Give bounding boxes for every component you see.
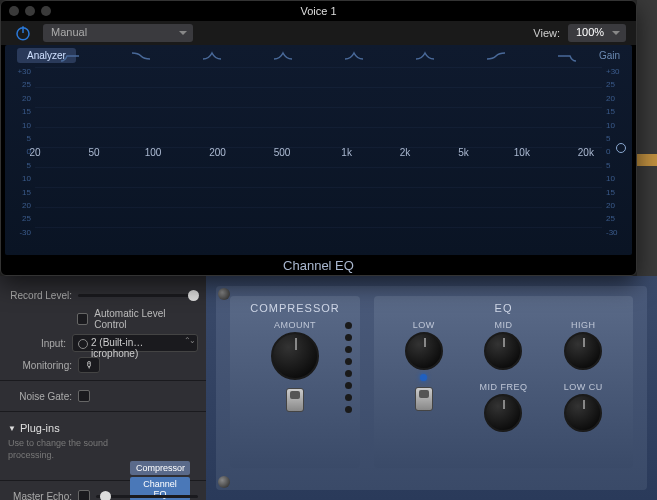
plugins-section-header[interactable]: ▼ Plug-ins <box>8 418 198 438</box>
traffic-lights[interactable] <box>9 6 51 16</box>
band-bell4-icon[interactable] <box>414 49 436 63</box>
screw-icon <box>218 476 230 488</box>
band-lowshelf-icon[interactable] <box>130 49 152 63</box>
compressor-toggle[interactable] <box>286 388 304 412</box>
master-echo-checkbox[interactable] <box>78 490 90 500</box>
master-echo-label: Master Echo: <box>8 491 72 501</box>
db-scale-left: +302520151050510152025-30 <box>13 67 31 237</box>
low-toggle[interactable] <box>415 387 433 411</box>
screw-icon <box>218 288 230 300</box>
compressor-module: COMPRESSOR AMOUNT <box>230 296 360 468</box>
record-level-label: Record Level: <box>8 290 72 301</box>
master-echo-slider[interactable] <box>96 495 198 498</box>
band-highshelf-icon[interactable] <box>485 49 507 63</box>
plugin-name-label: Channel EQ <box>1 258 636 273</box>
monitoring-button[interactable]: 🎙 <box>78 357 100 373</box>
instrument-panel: COMPRESSOR AMOUNT EQ LOW <box>206 276 657 500</box>
preset-selector[interactable]: Manual <box>43 24 193 42</box>
monitoring-label: Monitoring: <box>8 360 72 371</box>
view-selector[interactable]: 100% <box>568 24 626 42</box>
record-level-slider[interactable] <box>78 294 198 297</box>
band-lowcut-icon[interactable] <box>59 49 81 63</box>
inspector-panel: Record Level: Automatic Level Control In… <box>0 276 206 500</box>
band-highcut-icon[interactable] <box>556 49 578 63</box>
input-value: 2 (Built-in…icrophone) <box>72 334 198 352</box>
view-label: View: <box>533 27 560 39</box>
high-knob[interactable] <box>564 332 602 370</box>
view-value: 100% <box>568 24 626 42</box>
gain-label: Gain <box>599 50 620 61</box>
amount-label: AMOUNT <box>240 320 350 330</box>
band-bell3-icon[interactable] <box>343 49 365 63</box>
low-label: LOW <box>413 320 435 330</box>
audio-clip[interactable] <box>637 154 657 166</box>
mid-label: MID <box>494 320 512 330</box>
preset-value: Manual <box>43 24 193 42</box>
plugin-window: Voice 1 Manual View: 100% +3025201510505… <box>0 0 637 276</box>
high-label: HIGH <box>571 320 596 330</box>
window-title: Voice 1 <box>300 5 336 17</box>
compressor-meter <box>345 322 352 413</box>
noise-gate-label: Noise Gate: <box>8 391 72 402</box>
eq-graph[interactable]: +302520151050510152025-30 +3025201510505… <box>5 45 632 255</box>
amount-knob[interactable] <box>271 332 319 380</box>
mid-knob[interactable] <box>484 332 522 370</box>
noise-gate-checkbox[interactable] <box>78 390 90 402</box>
plugins-hint: Use to change the sound processing. <box>8 438 118 461</box>
input-selector[interactable]: 2 (Built-in…icrophone) <box>72 334 198 352</box>
plugin-tag-compressor[interactable]: Compressor <box>130 461 190 475</box>
mid-freq-label: MID FREQ <box>479 382 527 392</box>
low-knob[interactable] <box>405 332 443 370</box>
track-strip-bg <box>637 0 657 276</box>
auto-level-label: Automatic Level Control <box>94 308 198 330</box>
low-led <box>420 374 427 381</box>
eq-module: EQ LOW MID MID FREQ <box>374 296 633 468</box>
power-button[interactable] <box>11 21 35 45</box>
band-bell1-icon[interactable] <box>201 49 223 63</box>
plugins-header-label: Plug-ins <box>20 422 60 434</box>
disclosure-triangle-icon: ▼ <box>8 424 16 433</box>
auto-level-checkbox[interactable] <box>77 313 89 325</box>
low-cut-label: LOW CU <box>564 382 603 392</box>
eq-module-title: EQ <box>384 302 623 314</box>
freq-scale: 20501002005001k2k5k10k20k <box>35 147 602 158</box>
plugin-toolbar: Manual View: 100% <box>1 21 636 45</box>
low-cut-knob[interactable] <box>564 394 602 432</box>
input-label: Input: <box>8 338 66 349</box>
band-bell2-icon[interactable] <box>272 49 294 63</box>
mid-freq-knob[interactable] <box>484 394 522 432</box>
compressor-title: COMPRESSOR <box>240 302 350 314</box>
gain-knob[interactable] <box>616 143 626 153</box>
eq-band-icons <box>35 49 602 63</box>
window-titlebar[interactable]: Voice 1 <box>1 1 636 21</box>
